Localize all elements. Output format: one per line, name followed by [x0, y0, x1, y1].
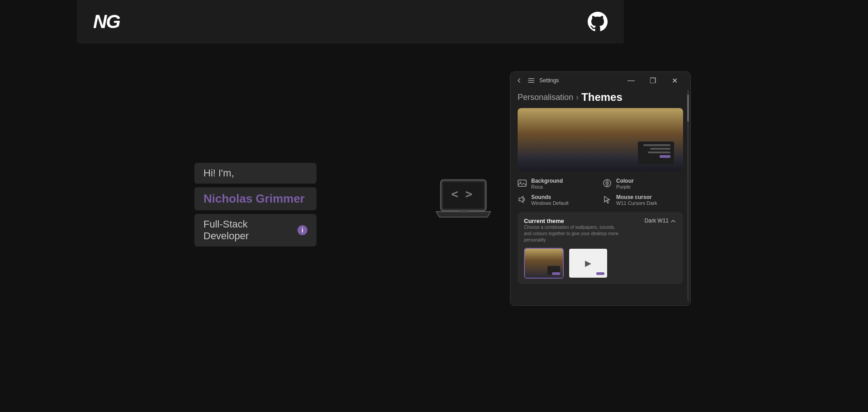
- laptop-svg-icon: < >: [434, 176, 493, 222]
- breadcrumb: Personalisation › Themes: [518, 89, 683, 104]
- hero-title-box: Full-Stack Developer i: [194, 214, 316, 246]
- thumb-light-bar: [596, 272, 604, 275]
- hero-greeting-box: Hi! I'm,: [194, 163, 316, 184]
- preview-accent-bar: [660, 155, 670, 158]
- theme-preview-overlay: [638, 142, 674, 164]
- chevron-up-icon: [670, 218, 677, 224]
- minimize-button[interactable]: —: [621, 73, 642, 88]
- preview-line-2: [650, 148, 670, 150]
- colour-info[interactable]: Colour Purple: [603, 178, 683, 189]
- thumb-cursor-icon: ▶: [585, 258, 591, 268]
- sounds-label: Sounds: [531, 194, 569, 200]
- hero-title-text: Full-Stack Developer: [203, 218, 293, 242]
- window-titlebar: Settings — ❐ ✕: [510, 72, 690, 89]
- hero-section: Hi! I'm, Nicholas Grimmer Full-Stack Dev…: [194, 163, 316, 246]
- back-button[interactable]: [516, 77, 522, 84]
- breadcrumb-separator: ›: [576, 93, 579, 102]
- info-icon[interactable]: i: [297, 225, 307, 235]
- sounds-info[interactable]: Sounds Windows Default: [518, 194, 598, 206]
- laptop-icon: < >: [434, 176, 493, 223]
- preview-line-1: [643, 144, 670, 146]
- window-controls: — ❐ ✕: [621, 73, 685, 88]
- window-title: Settings: [539, 77, 616, 84]
- close-button[interactable]: ✕: [664, 73, 685, 88]
- site-logo: NG: [93, 11, 120, 33]
- thumb-light-bg: ▶: [569, 249, 607, 278]
- window-scrollbar-thumb: [687, 95, 689, 122]
- background-text: Background Roca: [531, 178, 563, 189]
- breadcrumb-current: Themes: [581, 91, 623, 104]
- svg-rect-5: [528, 80, 534, 81]
- svg-rect-4: [528, 78, 534, 79]
- window-scrollbar[interactable]: [687, 90, 689, 301]
- mouse-cursor-icon: [603, 195, 613, 205]
- theme-thumb-light[interactable]: ▶: [568, 248, 608, 279]
- background-icon: [518, 179, 528, 189]
- theme-thumbnails: ▶: [524, 248, 677, 279]
- github-icon: [588, 12, 608, 32]
- preview-line-3: [648, 152, 670, 153]
- svg-rect-6: [528, 82, 534, 83]
- maximize-button[interactable]: ❐: [642, 73, 663, 88]
- mouse-cursor-label: Mouse cursor: [616, 194, 657, 200]
- colour-text: Colour Purple: [616, 178, 634, 189]
- window-content: Personalisation › Themes Background: [510, 89, 690, 305]
- thumb-dark-bar: [552, 272, 560, 275]
- hero-greeting-text: Hi! I'm,: [203, 167, 234, 179]
- sounds-icon: [518, 195, 528, 205]
- mouse-cursor-value: W11 Cursors Dark: [616, 200, 657, 206]
- current-theme-title: Current theme: [524, 218, 623, 224]
- github-link[interactable]: [588, 12, 608, 32]
- background-info[interactable]: Background Roca: [518, 178, 598, 189]
- theme-preview: [518, 108, 683, 171]
- colour-icon: [603, 179, 613, 189]
- breadcrumb-parent: Personalisation: [518, 93, 573, 102]
- background-label: Background: [531, 178, 563, 184]
- settings-window: Settings — ❐ ✕ Personalisation › Themes: [510, 71, 691, 306]
- current-theme-desc: Choose a combination of wallpapers, soun…: [524, 224, 623, 243]
- svg-marker-10: [519, 196, 523, 203]
- current-theme-right[interactable]: Dark W11: [645, 218, 677, 224]
- background-value: Roca: [531, 184, 563, 189]
- svg-rect-3: [459, 211, 468, 213]
- theme-info-grid: Background Roca Colour Purple: [518, 178, 683, 206]
- current-theme-header: Current theme Choose a combination of wa…: [524, 218, 677, 243]
- svg-point-8: [520, 182, 521, 183]
- current-theme-name: Dark W11: [645, 218, 669, 224]
- current-theme-left: Current theme Choose a combination of wa…: [524, 218, 623, 243]
- navbar: NG: [77, 0, 624, 43]
- colour-value: Purple: [616, 184, 634, 189]
- mouse-cursor-info[interactable]: Mouse cursor W11 Cursors Dark: [603, 194, 683, 206]
- menu-icon[interactable]: [528, 77, 535, 84]
- theme-thumb-dark[interactable]: [524, 248, 564, 279]
- mouse-cursor-text: Mouse cursor W11 Cursors Dark: [616, 194, 657, 206]
- current-theme-section: Current theme Choose a combination of wa…: [518, 212, 683, 284]
- colour-label: Colour: [616, 178, 634, 184]
- sounds-value: Windows Default: [531, 200, 569, 206]
- thumb-dark-bg: [525, 249, 563, 278]
- svg-text:< >: < >: [451, 187, 472, 201]
- sounds-text: Sounds Windows Default: [531, 194, 569, 206]
- hero-name-text: Nicholas Grimmer: [203, 192, 305, 205]
- svg-rect-7: [518, 180, 526, 186]
- hero-name-box: Nicholas Grimmer: [194, 187, 316, 210]
